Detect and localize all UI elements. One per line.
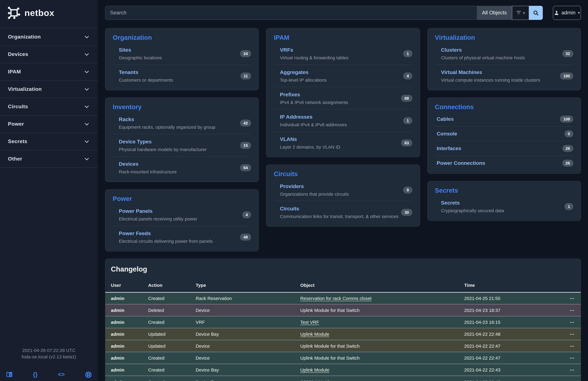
sidebar-item-ipam[interactable]: IPAM — [0, 63, 98, 81]
count-badge: 1 — [565, 203, 573, 210]
search-scope-selector[interactable]: All Objects — [477, 6, 512, 20]
sidebar-item-circuits[interactable]: Circuits — [0, 98, 98, 115]
prefixes-link[interactable]: Prefixes — [280, 92, 401, 98]
object-link[interactable]: Uplink Module — [300, 332, 329, 337]
row-actions-menu[interactable]: ⋯ — [570, 355, 575, 360]
item-description: Electrical panels receiving utility powe… — [119, 216, 242, 221]
aggregates-link[interactable]: Aggregates — [280, 69, 403, 75]
count-badge: 68 — [401, 95, 412, 102]
help-lifebuoy-icon[interactable] — [85, 371, 92, 378]
row-actions-menu[interactable]: ⋯ — [570, 379, 575, 381]
console-link[interactable]: Console — [437, 131, 564, 137]
interfaces-link[interactable]: Interfaces — [437, 145, 562, 152]
ip-addresses-link[interactable]: IP Addresses — [280, 114, 403, 120]
list-item-virtual-machines: Virtual Machines Virtual compute instanc… — [435, 65, 573, 87]
sidebar-item-other[interactable]: Other — [0, 150, 98, 168]
object-link[interactable]: C9200-NM-4G — [300, 379, 330, 381]
sidebar-item-label: Other — [8, 156, 22, 162]
list-item-devices: Devices Rack-mounted infrastructure 64 — [113, 157, 251, 179]
sidebar-item-label: Secrets — [8, 138, 27, 145]
power-connections-link[interactable]: Power Connections — [437, 160, 562, 166]
power-feeds-link[interactable]: Power Feeds — [119, 231, 240, 237]
changelog-title: Changelog — [105, 265, 581, 273]
sites-link[interactable]: Sites — [119, 47, 240, 53]
object-text: Uplink Module for that Switch — [300, 343, 360, 349]
cell-time: 2021-04-22 22:47 — [464, 352, 555, 364]
row-actions-menu[interactable]: ⋯ — [570, 295, 575, 301]
row-actions-menu[interactable]: ⋯ — [570, 331, 575, 336]
vlans-link[interactable]: VLANs — [280, 136, 401, 142]
list-item-tenants: Tenants Customers or departments 11 — [113, 65, 251, 87]
object-link[interactable]: Test VRF — [300, 319, 319, 325]
racks-link[interactable]: Racks — [119, 116, 240, 123]
sidebar-item-label: Devices — [8, 51, 28, 58]
item-description: Electrical circuits delivering power fro… — [119, 239, 240, 244]
circuits-link[interactable]: Circuits — [280, 206, 401, 212]
cell-user: admin — [105, 352, 148, 364]
virtual-machines-link[interactable]: Virtual Machines — [441, 69, 560, 75]
device-types-link[interactable]: Device Types — [119, 139, 240, 145]
count-badge: 26 — [562, 145, 573, 152]
power-panels-link[interactable]: Power Panels — [119, 208, 242, 214]
cell-type: Device — [196, 340, 300, 352]
sidebar-item-devices[interactable]: Devices — [0, 46, 98, 63]
sidebar: netbox Organization Devices IPAM Virtual… — [0, 0, 98, 381]
object-link[interactable]: Uplink Module — [300, 367, 329, 372]
netbox-logo-link[interactable]: netbox — [0, 0, 98, 24]
row-actions-menu[interactable]: ⋯ — [570, 308, 575, 313]
sidebar-footer: 2021-04-26 07:22:28 UTC foda-se.local (v… — [0, 347, 98, 378]
sidebar-item-organization[interactable]: Organization — [0, 28, 98, 46]
rest-api-braces-icon[interactable]: {} — [33, 371, 38, 378]
row-actions-menu[interactable]: ⋯ — [570, 367, 575, 372]
cell-type: Device Bay — [196, 364, 300, 376]
cell-action: Created — [148, 364, 196, 376]
item-description: Communication links for transit, transpo… — [280, 214, 401, 219]
devices-link[interactable]: Devices — [119, 161, 240, 167]
object-link[interactable]: Reservation for rack Comms closet — [300, 296, 372, 301]
sidebar-item-virtualization[interactable]: Virtualization — [0, 81, 98, 98]
source-code-icon[interactable]: <> — [58, 371, 65, 378]
cell-action: Created — [148, 316, 196, 328]
cell-time: 2021-04-22 22:47 — [464, 340, 555, 352]
cables-link[interactable]: Cables — [437, 116, 560, 122]
row-actions-menu[interactable]: ⋯ — [570, 343, 575, 348]
tenants-link[interactable]: Tenants — [119, 69, 240, 75]
count-badge: 1 — [403, 50, 412, 57]
sidebar-item-power[interactable]: Power — [0, 115, 98, 133]
cell-user: admin — [105, 364, 148, 376]
list-item-aggregates: Aggregates Top-level IP allocations 4 — [274, 65, 412, 87]
search-submit-button[interactable] — [529, 6, 543, 20]
list-item-interfaces: Interfaces 26 — [435, 141, 573, 156]
clusters-link[interactable]: Clusters — [441, 47, 562, 53]
search-input[interactable] — [105, 6, 477, 20]
card-title: IPAM — [274, 34, 412, 41]
vrfs-link[interactable]: VRFs — [280, 47, 403, 53]
table-row: admin Updated Device Bay Uplink Module 2… — [105, 328, 581, 340]
item-description: Cryptographically secured data — [441, 208, 564, 213]
secrets-link[interactable]: Secrets — [441, 200, 564, 206]
cell-time: 2021-04-22 22:43 — [464, 364, 555, 376]
providers-link[interactable]: Providers — [280, 183, 403, 190]
list-item-cables: Cables 108 — [435, 112, 573, 127]
table-row: admin Updated Device Uplink Module for t… — [105, 340, 581, 352]
card-power: Power Power Panels Electrical panels rec… — [105, 189, 259, 251]
sidebar-item-secrets[interactable]: Secrets — [0, 133, 98, 150]
chevron-down-icon — [84, 104, 90, 110]
list-item-device-types: Device Types Physical hardware models by… — [113, 134, 251, 157]
changelog-card: Changelog User Action Type Object Time a… — [105, 259, 581, 381]
item-description: IPv4 & IPv6 network assignments — [280, 100, 401, 105]
search-filter-dropdown-button[interactable]: ▾ — [512, 6, 529, 20]
sidebar-item-label: Power — [8, 121, 24, 127]
item-description: Equipment racks, optionally organized by… — [119, 124, 240, 130]
search-bar: All Objects ▾ admin ▾ — [105, 6, 581, 20]
user-menu-button[interactable]: admin ▾ — [553, 6, 581, 20]
card-title: Power — [113, 195, 251, 202]
column-header-object: Object — [300, 279, 464, 292]
cell-user: admin — [105, 316, 148, 328]
list-item-console: Console 0 — [435, 127, 573, 141]
list-item-power-connections: Power Connections 26 — [435, 156, 573, 170]
cell-type: Device Type — [196, 376, 300, 381]
card-circuits: Circuits Providers Organizations that pr… — [266, 164, 420, 226]
row-actions-menu[interactable]: ⋯ — [570, 319, 575, 325]
docs-book-icon[interactable] — [6, 372, 13, 378]
